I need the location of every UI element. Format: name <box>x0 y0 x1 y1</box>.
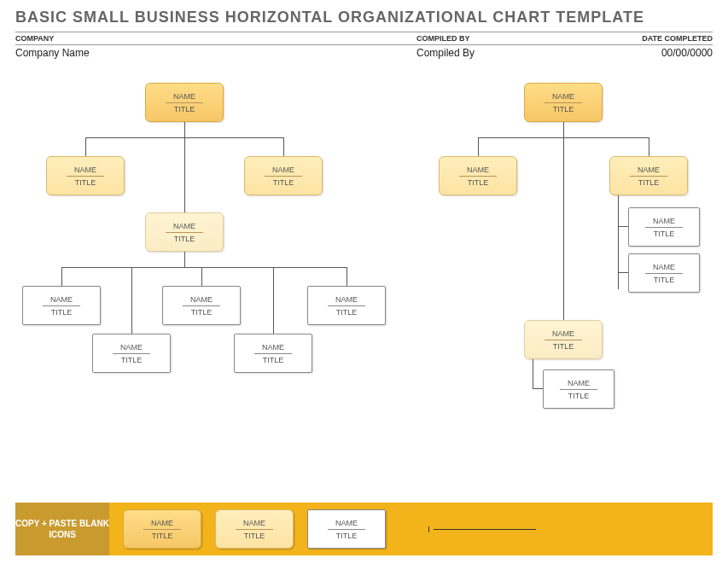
left-l5-node-a[interactable]: NAME TITLE <box>92 334 171 373</box>
node-title: TITLE <box>654 228 675 238</box>
node-title: TITLE <box>174 103 195 113</box>
connector-line <box>85 137 86 156</box>
connector-line <box>184 252 185 267</box>
connector-line <box>201 267 202 286</box>
connector-line <box>618 195 619 289</box>
connector-line <box>533 359 533 388</box>
node-title: TITLE <box>654 274 675 284</box>
right-root-node[interactable]: NAME TITLE <box>524 83 603 122</box>
node-name: NAME <box>552 329 574 340</box>
node-name: NAME <box>552 92 574 102</box>
node-title: TITLE <box>273 177 294 187</box>
meta-label-compiled-by: COMPILED BY <box>416 32 610 44</box>
node-title: TITLE <box>174 233 195 243</box>
node-name: NAME <box>50 295 73 305</box>
left-l2-node-a[interactable]: NAME TITLE <box>46 156 125 195</box>
node-title: TITLE <box>553 340 574 351</box>
connector-line <box>563 122 564 137</box>
connector-line <box>618 226 628 227</box>
palette-node-plain[interactable]: NAME TITLE <box>307 509 386 549</box>
meta-values-row: Company Name Compiled By 00/00/0000 <box>15 47 713 59</box>
right-l2-node-b[interactable]: NAME TITLE <box>609 156 688 195</box>
palette-footer: COPY + PASTE BLANK ICONS NAME TITLE NAME… <box>15 503 713 555</box>
node-name: NAME <box>335 519 358 529</box>
node-title: TITLE <box>553 103 574 113</box>
node-name: NAME <box>74 166 96 176</box>
org-chart-canvas[interactable]: NAME TITLE NAME TITLE NAME TITLE NAME TI… <box>0 59 728 477</box>
right-l2-node-a[interactable]: NAME TITLE <box>439 156 517 195</box>
node-title: TITLE <box>638 177 660 187</box>
connector-line <box>649 137 649 156</box>
date-completed-field[interactable]: 00/00/0000 <box>610 47 713 59</box>
node-name: NAME <box>653 217 675 227</box>
connector-line <box>533 388 543 389</box>
node-name: NAME <box>151 519 173 529</box>
connector-line <box>347 267 347 286</box>
node-name: NAME <box>120 343 143 353</box>
node-name: NAME <box>568 379 590 389</box>
node-title: TITLE <box>468 177 489 187</box>
meta-header-row: COMPANY COMPILED BY DATE COMPLETED <box>15 32 713 45</box>
left-l5-node-b[interactable]: NAME TITLE <box>234 334 312 373</box>
connector-line <box>563 137 564 320</box>
company-name-field[interactable]: Company Name <box>15 47 416 59</box>
node-title: TITLE <box>568 390 590 400</box>
left-l3-node[interactable]: NAME TITLE <box>145 212 224 252</box>
left-l4-node-a[interactable]: NAME TITLE <box>22 286 101 325</box>
palette-label: COPY + PASTE BLANK ICONS <box>15 503 109 555</box>
connector-line <box>184 122 185 137</box>
node-title: TITLE <box>244 530 265 540</box>
node-title: TITLE <box>121 354 143 364</box>
node-title: TITLE <box>51 306 73 317</box>
node-name: NAME <box>243 519 265 529</box>
node-title: TITLE <box>263 354 284 364</box>
meta-label-date-completed: DATE COMPLETED <box>610 32 713 44</box>
node-title: TITLE <box>336 530 358 540</box>
node-name: NAME <box>653 263 675 273</box>
left-l4-node-b[interactable]: NAME TITLE <box>162 286 241 325</box>
page-title: BASIC SMALL BUSINESS HORIZONTAL ORGANIZA… <box>0 0 728 32</box>
node-name: NAME <box>272 166 294 176</box>
connector-line <box>618 272 628 273</box>
connector-line <box>61 267 347 268</box>
right-chain-node-a[interactable]: NAME TITLE <box>628 207 700 247</box>
palette-node-dark[interactable]: NAME TITLE <box>123 509 201 549</box>
left-l2-node-b[interactable]: NAME TITLE <box>244 156 323 195</box>
connector-line <box>273 267 274 334</box>
node-title: TITLE <box>152 530 173 540</box>
connector-line <box>478 137 479 156</box>
meta-label-company: COMPANY <box>15 32 416 44</box>
node-name: NAME <box>173 92 195 102</box>
compiled-by-field[interactable]: Compiled By <box>416 47 610 59</box>
palette-area: NAME TITLE NAME TITLE NAME TITLE <box>109 503 713 555</box>
left-root-node[interactable]: NAME TITLE <box>145 83 224 122</box>
right-bottom-leaf-node[interactable]: NAME TITLE <box>543 369 614 409</box>
node-name: NAME <box>467 166 489 176</box>
connector-line <box>61 267 62 286</box>
node-title: TITLE <box>191 306 213 317</box>
node-name: NAME <box>190 295 213 305</box>
left-l4-node-c[interactable]: NAME TITLE <box>307 286 386 325</box>
palette-node-light[interactable]: NAME TITLE <box>215 509 294 549</box>
node-title: TITLE <box>75 177 96 187</box>
right-chain-node-b[interactable]: NAME TITLE <box>628 253 700 293</box>
palette-connector-sample[interactable] <box>434 529 536 530</box>
node-name: NAME <box>335 295 358 305</box>
connector-line <box>283 137 284 156</box>
node-name: NAME <box>638 166 660 176</box>
node-name: NAME <box>262 343 284 353</box>
connector-line <box>184 137 185 212</box>
connector-line <box>131 267 132 334</box>
node-name: NAME <box>173 222 195 232</box>
node-title: TITLE <box>336 306 358 317</box>
right-bottom-center-node[interactable]: NAME TITLE <box>524 320 603 359</box>
